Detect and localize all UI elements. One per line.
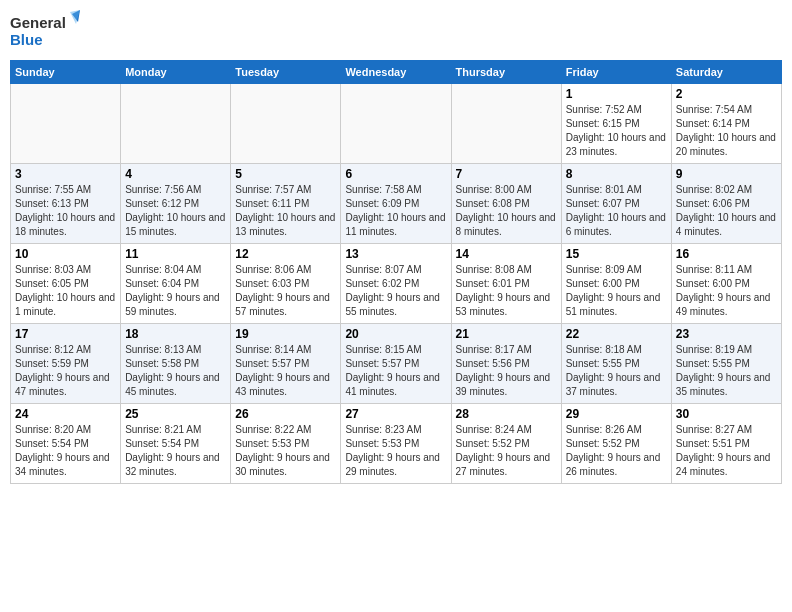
calendar-cell (11, 84, 121, 164)
day-info: Sunrise: 8:02 AM Sunset: 6:06 PM Dayligh… (676, 183, 777, 239)
day-number: 1 (566, 87, 667, 101)
calendar-cell: 27Sunrise: 8:23 AM Sunset: 5:53 PM Dayli… (341, 404, 451, 484)
day-info: Sunrise: 7:58 AM Sunset: 6:09 PM Dayligh… (345, 183, 446, 239)
calendar-week-3: 10Sunrise: 8:03 AM Sunset: 6:05 PM Dayli… (11, 244, 782, 324)
day-info: Sunrise: 8:21 AM Sunset: 5:54 PM Dayligh… (125, 423, 226, 479)
day-number: 5 (235, 167, 336, 181)
day-number: 15 (566, 247, 667, 261)
day-number: 20 (345, 327, 446, 341)
calendar-cell: 6Sunrise: 7:58 AM Sunset: 6:09 PM Daylig… (341, 164, 451, 244)
day-info: Sunrise: 8:00 AM Sunset: 6:08 PM Dayligh… (456, 183, 557, 239)
calendar-cell (341, 84, 451, 164)
calendar-cell: 2Sunrise: 7:54 AM Sunset: 6:14 PM Daylig… (671, 84, 781, 164)
calendar-cell: 30Sunrise: 8:27 AM Sunset: 5:51 PM Dayli… (671, 404, 781, 484)
calendar-cell: 12Sunrise: 8:06 AM Sunset: 6:03 PM Dayli… (231, 244, 341, 324)
day-info: Sunrise: 8:03 AM Sunset: 6:05 PM Dayligh… (15, 263, 116, 319)
day-header-sunday: Sunday (11, 61, 121, 84)
calendar-header-row: SundayMondayTuesdayWednesdayThursdayFrid… (11, 61, 782, 84)
day-number: 24 (15, 407, 116, 421)
calendar-cell (451, 84, 561, 164)
day-header-thursday: Thursday (451, 61, 561, 84)
calendar-cell: 1Sunrise: 7:52 AM Sunset: 6:15 PM Daylig… (561, 84, 671, 164)
day-number: 12 (235, 247, 336, 261)
calendar-cell: 11Sunrise: 8:04 AM Sunset: 6:04 PM Dayli… (121, 244, 231, 324)
day-info: Sunrise: 8:15 AM Sunset: 5:57 PM Dayligh… (345, 343, 446, 399)
day-number: 18 (125, 327, 226, 341)
svg-text:Blue: Blue (10, 31, 43, 48)
calendar-cell: 22Sunrise: 8:18 AM Sunset: 5:55 PM Dayli… (561, 324, 671, 404)
calendar-cell: 20Sunrise: 8:15 AM Sunset: 5:57 PM Dayli… (341, 324, 451, 404)
page-header: General Blue (10, 10, 782, 52)
calendar-cell: 19Sunrise: 8:14 AM Sunset: 5:57 PM Dayli… (231, 324, 341, 404)
calendar-cell: 25Sunrise: 8:21 AM Sunset: 5:54 PM Dayli… (121, 404, 231, 484)
day-number: 11 (125, 247, 226, 261)
day-number: 23 (676, 327, 777, 341)
calendar-cell: 5Sunrise: 7:57 AM Sunset: 6:11 PM Daylig… (231, 164, 341, 244)
day-number: 25 (125, 407, 226, 421)
day-number: 6 (345, 167, 446, 181)
day-number: 27 (345, 407, 446, 421)
day-header-tuesday: Tuesday (231, 61, 341, 84)
calendar-cell: 4Sunrise: 7:56 AM Sunset: 6:12 PM Daylig… (121, 164, 231, 244)
day-info: Sunrise: 8:06 AM Sunset: 6:03 PM Dayligh… (235, 263, 336, 319)
calendar-cell: 17Sunrise: 8:12 AM Sunset: 5:59 PM Dayli… (11, 324, 121, 404)
day-info: Sunrise: 8:11 AM Sunset: 6:00 PM Dayligh… (676, 263, 777, 319)
logo: General Blue (10, 10, 80, 52)
day-info: Sunrise: 7:55 AM Sunset: 6:13 PM Dayligh… (15, 183, 116, 239)
day-number: 30 (676, 407, 777, 421)
day-info: Sunrise: 7:54 AM Sunset: 6:14 PM Dayligh… (676, 103, 777, 159)
logo-svg: General Blue (10, 10, 80, 52)
calendar-cell (231, 84, 341, 164)
calendar-week-2: 3Sunrise: 7:55 AM Sunset: 6:13 PM Daylig… (11, 164, 782, 244)
calendar-cell: 10Sunrise: 8:03 AM Sunset: 6:05 PM Dayli… (11, 244, 121, 324)
day-number: 4 (125, 167, 226, 181)
day-number: 13 (345, 247, 446, 261)
day-info: Sunrise: 8:09 AM Sunset: 6:00 PM Dayligh… (566, 263, 667, 319)
day-info: Sunrise: 8:20 AM Sunset: 5:54 PM Dayligh… (15, 423, 116, 479)
calendar-cell: 28Sunrise: 8:24 AM Sunset: 5:52 PM Dayli… (451, 404, 561, 484)
calendar-table: SundayMondayTuesdayWednesdayThursdayFrid… (10, 60, 782, 484)
day-info: Sunrise: 8:13 AM Sunset: 5:58 PM Dayligh… (125, 343, 226, 399)
day-info: Sunrise: 7:52 AM Sunset: 6:15 PM Dayligh… (566, 103, 667, 159)
day-info: Sunrise: 8:08 AM Sunset: 6:01 PM Dayligh… (456, 263, 557, 319)
day-number: 22 (566, 327, 667, 341)
day-info: Sunrise: 7:56 AM Sunset: 6:12 PM Dayligh… (125, 183, 226, 239)
calendar-cell: 14Sunrise: 8:08 AM Sunset: 6:01 PM Dayli… (451, 244, 561, 324)
day-info: Sunrise: 8:22 AM Sunset: 5:53 PM Dayligh… (235, 423, 336, 479)
calendar-cell: 15Sunrise: 8:09 AM Sunset: 6:00 PM Dayli… (561, 244, 671, 324)
calendar-cell: 23Sunrise: 8:19 AM Sunset: 5:55 PM Dayli… (671, 324, 781, 404)
day-info: Sunrise: 8:27 AM Sunset: 5:51 PM Dayligh… (676, 423, 777, 479)
day-header-wednesday: Wednesday (341, 61, 451, 84)
day-number: 3 (15, 167, 116, 181)
calendar-cell: 18Sunrise: 8:13 AM Sunset: 5:58 PM Dayli… (121, 324, 231, 404)
day-number: 29 (566, 407, 667, 421)
day-header-monday: Monday (121, 61, 231, 84)
day-info: Sunrise: 8:26 AM Sunset: 5:52 PM Dayligh… (566, 423, 667, 479)
calendar-cell: 26Sunrise: 8:22 AM Sunset: 5:53 PM Dayli… (231, 404, 341, 484)
day-number: 2 (676, 87, 777, 101)
day-info: Sunrise: 8:17 AM Sunset: 5:56 PM Dayligh… (456, 343, 557, 399)
day-info: Sunrise: 8:04 AM Sunset: 6:04 PM Dayligh… (125, 263, 226, 319)
day-info: Sunrise: 8:01 AM Sunset: 6:07 PM Dayligh… (566, 183, 667, 239)
svg-text:General: General (10, 14, 66, 31)
calendar-cell: 16Sunrise: 8:11 AM Sunset: 6:00 PM Dayli… (671, 244, 781, 324)
day-number: 14 (456, 247, 557, 261)
day-header-friday: Friday (561, 61, 671, 84)
day-number: 21 (456, 327, 557, 341)
day-info: Sunrise: 8:24 AM Sunset: 5:52 PM Dayligh… (456, 423, 557, 479)
calendar-cell: 24Sunrise: 8:20 AM Sunset: 5:54 PM Dayli… (11, 404, 121, 484)
calendar-week-1: 1Sunrise: 7:52 AM Sunset: 6:15 PM Daylig… (11, 84, 782, 164)
calendar-cell: 9Sunrise: 8:02 AM Sunset: 6:06 PM Daylig… (671, 164, 781, 244)
calendar-cell: 8Sunrise: 8:01 AM Sunset: 6:07 PM Daylig… (561, 164, 671, 244)
calendar-cell: 21Sunrise: 8:17 AM Sunset: 5:56 PM Dayli… (451, 324, 561, 404)
day-info: Sunrise: 7:57 AM Sunset: 6:11 PM Dayligh… (235, 183, 336, 239)
day-info: Sunrise: 8:18 AM Sunset: 5:55 PM Dayligh… (566, 343, 667, 399)
day-number: 28 (456, 407, 557, 421)
day-info: Sunrise: 8:19 AM Sunset: 5:55 PM Dayligh… (676, 343, 777, 399)
day-header-saturday: Saturday (671, 61, 781, 84)
day-number: 19 (235, 327, 336, 341)
day-info: Sunrise: 8:12 AM Sunset: 5:59 PM Dayligh… (15, 343, 116, 399)
day-number: 7 (456, 167, 557, 181)
day-number: 9 (676, 167, 777, 181)
calendar-cell (121, 84, 231, 164)
